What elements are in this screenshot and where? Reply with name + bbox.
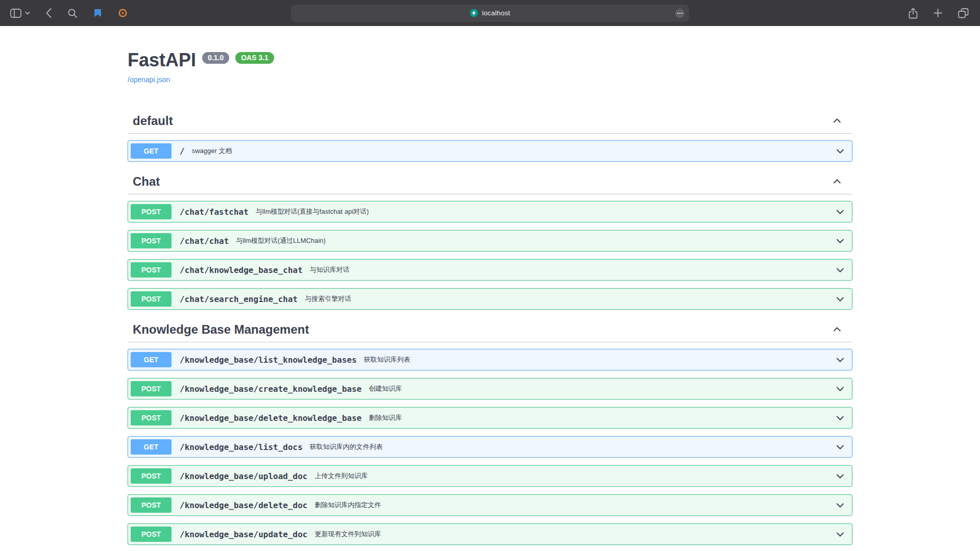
operation-path: /knowledge_base/delete_knowledge_base (180, 413, 361, 423)
section-title: Chat (133, 174, 832, 189)
chevron-down-icon (835, 413, 845, 423)
toolbar-right-group (909, 8, 980, 19)
chevron-up-icon (832, 116, 842, 126)
new-tab-button[interactable] (933, 8, 943, 18)
operation-path: /knowledge_base/list_docs (180, 442, 303, 452)
openapi-spec-link[interactable]: /openapi.json (128, 76, 170, 84)
operation-row[interactable]: POST /chat/search_engine_chat 与搜索引擎对话 (128, 288, 852, 310)
method-badge: POST (131, 381, 172, 396)
chevron-down-icon (835, 146, 845, 156)
operation-row[interactable]: GET /knowledge_base/list_knowledge_bases… (128, 349, 852, 370)
chevron-down-icon (835, 294, 845, 304)
operation-path: /chat/chat (180, 236, 229, 246)
address-bar-content: localhost (470, 9, 510, 17)
operation-row[interactable]: GET / swagger 文档 (128, 140, 852, 162)
operations-list: POST /chat/fastchat 与llm模型对话(直接与fastchat… (128, 194, 852, 310)
chevron-up-icon (832, 324, 842, 335)
chevron-down-icon (835, 471, 845, 481)
chevron-down-icon (835, 384, 845, 394)
search-icon (67, 8, 78, 18)
operations-list: GET /knowledge_base/list_knowledge_bases… (128, 342, 852, 551)
chevron-down-icon (835, 500, 845, 510)
operation-summary: 获取知识库列表 (364, 355, 835, 364)
section-header-knowledge-base[interactable]: Knowledge Base Management (128, 317, 852, 342)
api-info: FastAPI 0.1.0 OAS 3.1 /openapi.json (128, 26, 852, 94)
method-badge: GET (131, 439, 172, 455)
operation-row[interactable]: POST /chat/chat 与llm模型对话(通过LLMChain) (128, 230, 852, 252)
operation-path: /knowledge_base/delete_doc (180, 500, 307, 510)
chevron-down-icon (835, 207, 845, 217)
method-badge: POST (131, 497, 172, 513)
sidebar-icon (10, 9, 21, 18)
tab-overview-button[interactable] (958, 8, 969, 18)
address-bar[interactable]: localhost (291, 5, 689, 22)
version-badge: 0.1.0 (202, 52, 229, 64)
toolbar-left-group (0, 8, 128, 18)
back-button[interactable] (45, 8, 52, 18)
operation-summary: 与llm模型对话(通过LLMChain) (236, 236, 835, 245)
screen: localhost (0, 0, 980, 551)
search-button[interactable] (67, 8, 78, 18)
operation-row[interactable]: POST /chat/fastchat 与llm模型对话(直接与fastchat… (128, 201, 852, 222)
operation-summary: 上传文件到知识库 (314, 471, 835, 481)
section-title: Knowledge Base Management (133, 322, 832, 337)
method-badge: POST (131, 233, 172, 248)
back-icon (45, 8, 52, 18)
operation-summary: 创建知识库 (369, 384, 835, 393)
section-title: default (133, 114, 832, 128)
url-text: localhost (482, 9, 510, 17)
method-badge: POST (131, 410, 172, 425)
operation-path: /knowledge_base/create_knowledge_base (180, 384, 361, 394)
operation-summary: 与llm模型对话(直接与fastchat api对话) (256, 207, 835, 216)
tab-overview-icon (958, 8, 969, 18)
operation-row[interactable]: POST /chat/knowledge_base_chat 与知识库对话 (128, 259, 852, 281)
chevron-down-icon (835, 236, 845, 246)
section-chat: Chat POST /chat/fastchat 与llm模型对话(直接与fas… (128, 169, 852, 310)
operation-row[interactable]: GET /knowledge_base/list_docs 获取知识库内的文件列… (128, 436, 852, 458)
operation-row[interactable]: POST /knowledge_base/upload_doc 上传文件到知识库 (128, 465, 852, 487)
section-knowledge-base: Knowledge Base Management GET /knowledge… (128, 317, 852, 551)
extension-button-blue[interactable] (93, 8, 103, 18)
operation-summary: 与搜索引擎对话 (305, 294, 835, 304)
chevron-down-icon (835, 442, 845, 452)
api-title-text: FastAPI (128, 49, 196, 71)
operation-path: /chat/search_engine_chat (180, 294, 298, 304)
operation-path: /chat/knowledge_base_chat (180, 265, 303, 275)
swagger-wrapper: FastAPI 0.1.0 OAS 3.1 /openapi.json defa… (117, 26, 863, 551)
operation-row[interactable]: POST /knowledge_base/create_knowledge_ba… (128, 378, 852, 399)
chevron-up-icon (832, 177, 842, 187)
sidebar-toggle-button[interactable] (10, 9, 30, 18)
section-header-default[interactable]: default (128, 109, 852, 134)
extension-orange-icon (118, 8, 128, 18)
browser-toolbar: localhost (0, 0, 980, 26)
extension-button-orange[interactable] (118, 8, 128, 18)
operation-row[interactable]: POST /knowledge_base/delete_doc 删除知识库内指定… (128, 494, 852, 516)
ellipsis-icon[interactable] (675, 8, 685, 18)
page-content: FastAPI 0.1.0 OAS 3.1 /openapi.json defa… (0, 26, 980, 551)
method-badge: POST (131, 291, 172, 307)
operation-row[interactable]: POST /knowledge_base/update_doc 更新现有文件到知… (128, 523, 852, 545)
method-badge: POST (131, 468, 172, 484)
section-default: default GET / swagger 文档 (128, 109, 852, 162)
operation-path: / (180, 146, 185, 156)
operations-list: GET / swagger 文档 (128, 134, 852, 162)
operation-summary: 与知识库对话 (310, 265, 835, 274)
share-icon (909, 8, 918, 19)
page-title: FastAPI 0.1.0 OAS 3.1 (128, 49, 852, 71)
operation-summary: swagger 文档 (192, 146, 835, 156)
method-badge: GET (131, 352, 172, 367)
method-badge: POST (131, 527, 172, 542)
operation-row[interactable]: POST /knowledge_base/delete_knowledge_ba… (128, 407, 852, 429)
operation-path: /knowledge_base/list_knowledge_bases (180, 355, 357, 365)
chevron-down-icon (835, 265, 845, 275)
operation-path: /knowledge_base/update_doc (180, 530, 307, 539)
section-header-chat[interactable]: Chat (128, 169, 852, 194)
method-badge: GET (131, 143, 172, 159)
chevron-down-icon (835, 355, 845, 365)
new-tab-icon (933, 8, 943, 18)
share-button[interactable] (909, 8, 918, 19)
method-badge: POST (131, 262, 172, 278)
chevron-down-icon (835, 529, 845, 539)
oas-badge: OAS 3.1 (235, 52, 274, 64)
operation-summary: 删除知识库 (369, 413, 835, 422)
